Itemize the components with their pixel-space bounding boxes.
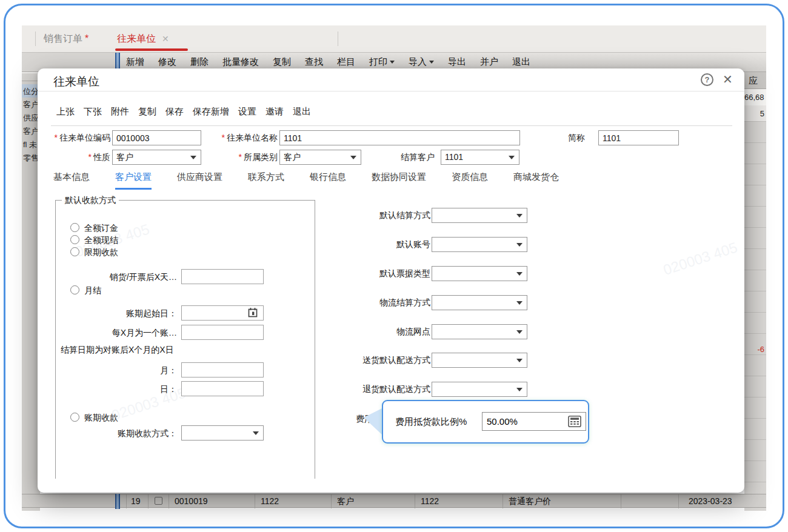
columns-button[interactable]: 栏目 — [337, 56, 355, 68]
months-per-period-input[interactable] — [181, 325, 264, 340]
batch-edit-button[interactable]: 批量修改 — [222, 56, 259, 68]
delivery-method-select[interactable] — [432, 353, 527, 368]
calendar-icon[interactable] — [247, 307, 258, 321]
tab-customer-settings[interactable]: 客户设置 — [115, 171, 152, 190]
monthly-settle-radio[interactable] — [70, 285, 79, 294]
tab-mall-warehouse[interactable]: 商城发货仓 — [513, 171, 559, 190]
clipped-cell: 位分 — [23, 86, 39, 97]
dialog-title: 往来单位 — [53, 74, 99, 90]
bg-tabbar: 销售订单* 往来单位✕ — [22, 25, 766, 52]
close-icon[interactable]: ✕ — [723, 72, 733, 87]
logistics-branch-select[interactable] — [432, 324, 527, 339]
find-button[interactable]: 查找 — [305, 56, 323, 68]
code-label: *往来单位编码 — [38, 133, 110, 144]
name-input[interactable] — [279, 130, 520, 145]
default-settle-method-select[interactable] — [432, 208, 527, 223]
fee-ratio-label: 费用抵货款比例% — [395, 416, 467, 428]
dialog-tabs: 基本信息 客户设置 供应商设置 联系方式 银行信息 数据协同设置 资质信息 商城… — [53, 171, 559, 190]
tab-partners[interactable]: 往来单位✕ — [117, 33, 169, 45]
days-after-invoice-input[interactable] — [181, 269, 264, 284]
days-after-invoice-label: 销货/开票后X天… — [68, 272, 177, 283]
partner-dialog: 020003 405 020003 405 020003 405 往来单位 ? … — [38, 68, 744, 493]
grid-rows — [744, 122, 766, 511]
tab-separator — [338, 32, 338, 46]
export-button[interactable]: 导出 — [448, 56, 466, 68]
next-record-button[interactable]: 下张 — [84, 106, 102, 118]
active-tab-underline — [115, 48, 188, 51]
exit-button[interactable]: 退出 — [293, 106, 311, 118]
row-checkbox[interactable] — [155, 497, 162, 505]
edit-button[interactable]: 修改 — [158, 56, 176, 68]
settings-button[interactable]: 设置 — [238, 106, 256, 118]
required-asterisk: * — [222, 133, 225, 142]
help-icon[interactable]: ? — [701, 73, 713, 86]
name-label: *往来单位名称 — [205, 133, 278, 144]
invite-button[interactable]: 邀请 — [265, 106, 284, 118]
import-button[interactable]: 导入 — [409, 56, 434, 68]
dialog-toolbar: 上张 下张 附件 复制 保存 保存新增 设置 邀请 退出 — [56, 106, 311, 118]
calculator-icon[interactable] — [568, 416, 581, 430]
day-input[interactable] — [181, 381, 264, 396]
cell-price-level: 普通客户价 — [509, 496, 551, 507]
tab-contact-info[interactable]: 联系方式 — [248, 171, 284, 190]
tab-separator — [35, 32, 36, 46]
tab-bank-info[interactable]: 银行信息 — [310, 171, 346, 190]
clipped-cell: fl 未 — [23, 139, 37, 150]
tab-label: 往来单位 — [117, 33, 156, 44]
callout-pointer — [364, 408, 383, 436]
return-delivery-method-select[interactable] — [432, 382, 527, 397]
copy-button[interactable]: 复制 — [138, 106, 156, 118]
tab-label: 销售订单 — [44, 33, 82, 44]
nature-select[interactable]: 客户 — [112, 150, 201, 165]
logistics-branch-label: 物流网点 — [297, 327, 430, 337]
divider — [38, 91, 744, 91]
credit-method-select[interactable] — [181, 425, 264, 441]
default-bill-type-label: 默认票据类型 — [297, 268, 430, 279]
credit-period-label: 账期收款 — [84, 413, 118, 424]
category-select[interactable]: 客户 — [279, 150, 361, 165]
cell-short: 1122 — [421, 496, 439, 506]
clipped-cell: 供应 — [23, 113, 39, 124]
delete-button[interactable]: 删除 — [190, 56, 209, 68]
row-index: 19 — [131, 496, 141, 506]
save-and-new-button[interactable]: 保存新增 — [193, 106, 229, 118]
tab-sales-order[interactable]: 销售订单* — [44, 33, 88, 45]
settle-customer-select[interactable]: 1101 — [441, 150, 519, 165]
cell-type: 客户 — [337, 496, 354, 507]
bg-table-row[interactable]: 19 0010019 1122 客户 1122 普通客户价 2023-03-23 — [22, 494, 766, 508]
limited-collection-radio[interactable] — [70, 247, 79, 256]
cell-name: 1122 — [261, 496, 279, 506]
default-settle-method-label: 默认结算方式 — [297, 210, 430, 221]
copy-button[interactable]: 复制 — [273, 56, 291, 68]
prev-record-button[interactable]: 上张 — [56, 106, 75, 118]
default-bill-type-select[interactable] — [432, 266, 527, 281]
logistics-settle-method-label: 物流结算方式 — [297, 298, 430, 308]
fieldset-legend: 默认收款方式 — [62, 195, 119, 206]
code-input[interactable] — [112, 130, 201, 145]
full-deposit-radio[interactable] — [70, 223, 79, 232]
merge-account-button[interactable]: 并户 — [480, 56, 498, 68]
fee-ratio-callout: 费用抵货款比例% — [382, 400, 589, 444]
tab-supplier-settings[interactable]: 供应商设置 — [177, 171, 222, 190]
column-header: 应 — [744, 72, 766, 89]
tab-qualification-info[interactable]: 资质信息 — [452, 171, 488, 190]
save-button[interactable]: 保存 — [165, 106, 184, 118]
print-button[interactable]: 打印 — [369, 56, 395, 68]
logistics-settle-method-select[interactable] — [432, 295, 527, 310]
month-label: 月： — [68, 365, 177, 376]
short-name-input[interactable] — [598, 130, 679, 145]
attachment-button[interactable]: 附件 — [111, 106, 129, 118]
default-account-select[interactable] — [432, 237, 527, 252]
add-button[interactable]: 新增 — [126, 56, 144, 68]
full-cash-label: 全额现结 — [84, 235, 118, 246]
exit-button[interactable]: 退出 — [512, 56, 530, 68]
tab-basic-info[interactable]: 基本信息 — [53, 171, 90, 190]
default-account-label: 默认账号 — [297, 239, 430, 250]
tab-data-sync-settings[interactable]: 数据协同设置 — [372, 171, 426, 190]
tab-close-icon[interactable]: ✕ — [162, 34, 169, 44]
credit-period-radio[interactable] — [70, 413, 79, 422]
full-cash-radio[interactable] — [70, 235, 79, 244]
cell-code: 0010019 — [175, 496, 208, 506]
clipped-cell: 零售 — [23, 153, 39, 164]
month-input[interactable] — [181, 362, 264, 377]
